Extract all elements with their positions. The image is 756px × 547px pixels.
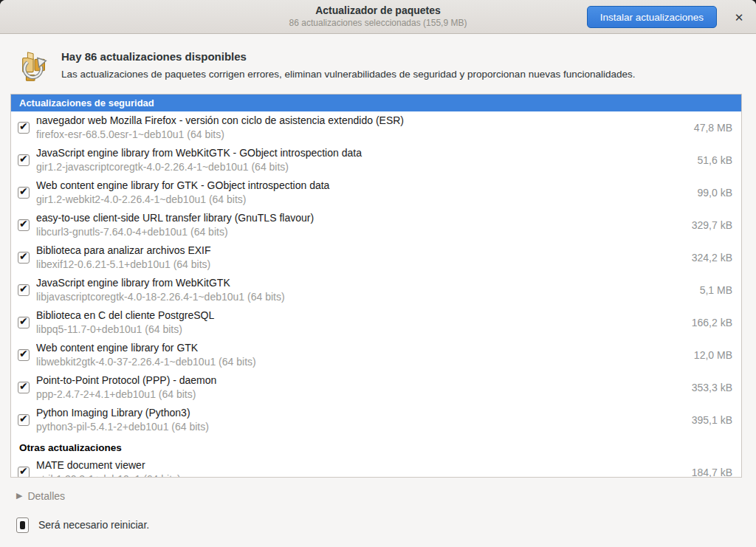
- checkmark-icon: ✔: [19, 283, 28, 295]
- package-row[interactable]: ✔ Python Imaging Library (Python3) pytho…: [11, 404, 741, 436]
- package-checkbox[interactable]: ✔: [18, 122, 30, 134]
- package-title: Biblioteca para analizar archivos EXIF: [36, 244, 683, 258]
- package-checkbox[interactable]: ✔: [18, 219, 30, 231]
- package-checkbox[interactable]: ✔: [18, 349, 30, 361]
- package-title: JavaScript engine library from WebKitGTK…: [36, 146, 689, 160]
- package-version: gir1.2-webkit2-4.0-2.26.4-1~deb10u1 (64 …: [36, 193, 689, 207]
- package-version: libexif12-0.6.21-5.1+deb10u1 (64 bits): [36, 258, 683, 272]
- package-size: 329,7 kB: [692, 219, 732, 231]
- restart-required-icon: [16, 517, 29, 533]
- summary-text: Hay 86 actualizaciones disponibles Las a…: [61, 49, 636, 80]
- package-version: python3-pil-5.4.1-2+deb10u1 (64 bits): [36, 420, 683, 434]
- summary-title: Hay 86 actualizaciones disponibles: [61, 50, 636, 63]
- package-version: firefox-esr-68.5.0esr-1~deb10u1 (64 bits…: [36, 128, 685, 142]
- package-size: 12,0 MB: [694, 349, 732, 361]
- package-title: Point-to-Point Protocol (PPP) - daemon: [36, 374, 683, 388]
- package-checkbox[interactable]: ✔: [18, 382, 30, 393]
- checkmark-icon: ✔: [19, 348, 28, 359]
- package-size: 99,0 kB: [698, 187, 732, 199]
- package-version: ppp-2.4.7-2+4.1+deb10u1 (64 bits): [36, 388, 683, 402]
- package-checkbox[interactable]: ✔: [18, 187, 30, 199]
- checkmark-icon: ✔: [19, 218, 28, 230]
- package-text: Python Imaging Library (Python3) python3…: [36, 406, 683, 434]
- package-text: Web content engine library for GTK - GOb…: [36, 179, 689, 207]
- close-icon[interactable]: ✕: [729, 9, 749, 27]
- summary-description: Las actualizaciones de paquetes corrigen…: [61, 69, 636, 80]
- checkmark-icon: ✔: [19, 250, 28, 262]
- install-updates-button[interactable]: Instalar actualizaciones: [587, 6, 717, 28]
- package-updater-window: Actualizador de paquetes 86 actualizacio…: [0, 0, 756, 547]
- package-checkbox[interactable]: ✔: [18, 284, 30, 296]
- package-row[interactable]: ✔ JavaScript engine library from WebKitG…: [11, 144, 741, 176]
- checkmark-icon: ✔: [19, 153, 28, 165]
- package-row[interactable]: ✔ Web content engine library for GTK lib…: [11, 339, 741, 371]
- footer: ▶ Detalles Será necesario reiniciar.: [0, 478, 756, 533]
- package-text: JavaScript engine library from WebKitGTK…: [36, 276, 691, 304]
- security-items: ✔ navegador web Mozilla Firefox - versió…: [11, 111, 741, 436]
- package-title: Web content engine library for GTK: [36, 341, 685, 355]
- package-row[interactable]: ✔ Biblioteca en C del cliente PostgreSQL…: [11, 306, 741, 339]
- window-title: Actualizador de paquetes: [289, 4, 467, 18]
- package-size: 395,1 kB: [692, 414, 732, 426]
- software-updater-icon: [18, 49, 52, 83]
- package-text: Biblioteca para analizar archivos EXIF l…: [36, 244, 683, 272]
- package-checkbox[interactable]: ✔: [18, 414, 30, 426]
- package-version: libpq5-11.7-0+deb10u1 (64 bits): [36, 323, 683, 337]
- package-row[interactable]: ✔ Point-to-Point Protocol (PPP) - daemon…: [11, 371, 741, 404]
- updates-list[interactable]: Actualizaciones de seguridad ✔ navegador…: [10, 94, 742, 478]
- package-version: libwebkit2gtk-4.0-37-2.26.4-1~deb10u1 (6…: [36, 355, 685, 369]
- package-title: Python Imaging Library (Python3): [36, 406, 683, 420]
- checkmark-icon: ✔: [19, 413, 28, 424]
- package-text: Point-to-Point Protocol (PPP) - daemon p…: [36, 374, 683, 402]
- package-size: 5,1 MB: [700, 284, 732, 296]
- package-text: Biblioteca en C del cliente PostgreSQL l…: [36, 309, 683, 337]
- titlebar: Actualizador de paquetes 86 actualizacio…: [0, 0, 756, 34]
- expander-arrow-icon: ▶: [16, 491, 22, 500]
- package-size: 166,2 kB: [692, 317, 732, 328]
- checkmark-icon: ✔: [19, 315, 28, 327]
- updates-summary-header: Hay 86 actualizaciones disponibles Las a…: [0, 34, 756, 94]
- package-text: navegador web Mozilla Firefox - versión …: [36, 114, 685, 142]
- package-version: gir1.2-javascriptcoregtk-4.0-2.26.4-1~de…: [36, 160, 689, 174]
- package-version: atril-1.20.3-1+deb10u1 (64 bits): [36, 472, 683, 478]
- restart-required-label: Será necesario reiniciar.: [38, 519, 149, 531]
- package-row[interactable]: ✔ easy-to-use client-side URL transfer l…: [11, 209, 741, 241]
- checkmark-icon: ✔: [19, 185, 28, 197]
- restart-required-row: Será necesario reiniciar.: [16, 517, 756, 533]
- other-section-header: Otras actualizaciones: [11, 436, 741, 456]
- package-row[interactable]: ✔ navegador web Mozilla Firefox - versió…: [11, 111, 741, 144]
- package-checkbox[interactable]: ✔: [18, 154, 30, 166]
- package-size: 47,8 MB: [694, 122, 732, 134]
- security-section-header: Actualizaciones de seguridad: [11, 94, 741, 111]
- package-size: 184,7 kB: [692, 467, 732, 478]
- package-title: Web content engine library for GTK - GOb…: [36, 179, 689, 193]
- details-expander[interactable]: ▶ Detalles: [16, 490, 65, 502]
- package-version: libcurl3-gnutls-7.64.0-4+deb10u1 (64 bit…: [36, 225, 683, 239]
- package-text: easy-to-use client-side URL transfer lib…: [36, 211, 683, 239]
- package-checkbox[interactable]: ✔: [18, 252, 30, 264]
- checkmark-icon: ✔: [19, 120, 28, 132]
- checkmark-icon: ✔: [19, 380, 28, 392]
- package-size: 353,3 kB: [692, 382, 732, 393]
- other-items: ✔ MATE document viewer atril-1.20.3-1+de…: [11, 456, 741, 478]
- package-title: MATE document viewer: [36, 458, 683, 472]
- package-checkbox[interactable]: ✔: [18, 317, 30, 328]
- package-version: libjavascriptcoregtk-4.0-18-2.26.4-1~deb…: [36, 290, 691, 304]
- package-checkbox[interactable]: ✔: [18, 467, 30, 478]
- package-size: 51,6 kB: [698, 154, 732, 166]
- details-label: Detalles: [27, 490, 65, 502]
- package-title: Biblioteca en C del cliente PostgreSQL: [36, 309, 683, 323]
- package-row[interactable]: ✔ Biblioteca para analizar archivos EXIF…: [11, 241, 741, 274]
- titlebar-title-block: Actualizador de paquetes 86 actualizacio…: [289, 4, 467, 29]
- package-size: 324,2 kB: [692, 252, 732, 264]
- package-title: JavaScript engine library from WebKitGTK: [36, 276, 691, 290]
- checkmark-icon: ✔: [19, 465, 28, 477]
- package-text: Web content engine library for GTK libwe…: [36, 341, 685, 369]
- package-title: easy-to-use client-side URL transfer lib…: [36, 211, 683, 225]
- package-row[interactable]: ✔ Web content engine library for GTK - G…: [11, 176, 741, 209]
- package-title: navegador web Mozilla Firefox - versión …: [36, 114, 685, 128]
- package-text: MATE document viewer atril-1.20.3-1+deb1…: [36, 458, 683, 478]
- package-row[interactable]: ✔ MATE document viewer atril-1.20.3-1+de…: [11, 456, 741, 478]
- package-row[interactable]: ✔ JavaScript engine library from WebKitG…: [11, 274, 741, 306]
- package-text: JavaScript engine library from WebKitGTK…: [36, 146, 689, 174]
